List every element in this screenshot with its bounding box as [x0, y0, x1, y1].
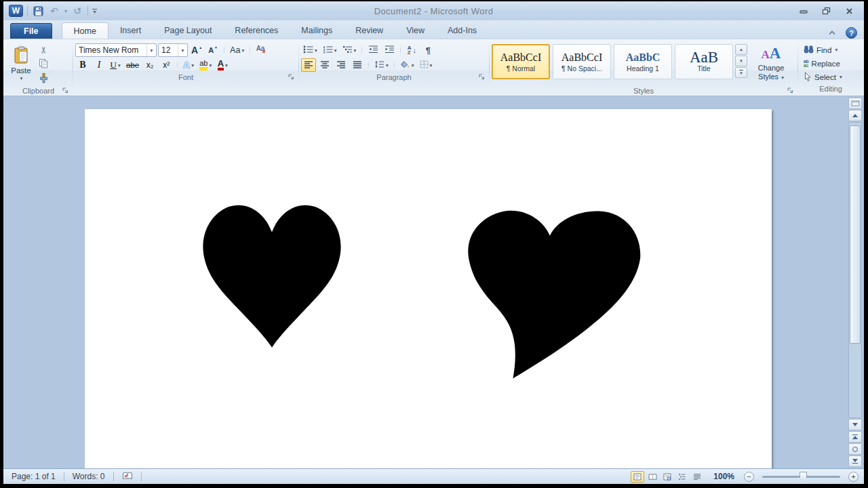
tab-references[interactable]: References — [223, 22, 290, 39]
grow-font-button[interactable]: A▲ — [189, 43, 204, 57]
word-logo-icon[interactable]: W — [9, 5, 23, 17]
font-dialog-launcher-icon[interactable] — [288, 73, 295, 81]
tab-mailings[interactable]: Mailings — [290, 22, 344, 39]
font-name-combo[interactable]: Times New Rom ▾ — [75, 43, 157, 57]
tab-insert[interactable]: Insert — [108, 22, 153, 39]
underline-button[interactable]: U▾ — [108, 58, 123, 72]
ruler-toggle-button[interactable] — [848, 98, 862, 109]
print-layout-view-button[interactable] — [631, 471, 644, 483]
decrease-indent-button[interactable] — [366, 43, 380, 57]
text-effects-dropdown-icon[interactable]: ▾ — [191, 62, 194, 68]
align-right-button[interactable] — [334, 58, 349, 72]
help-button[interactable]: ? — [846, 27, 857, 39]
style-normal[interactable]: AaBbCcI ¶ Normal — [492, 44, 550, 79]
italic-button[interactable]: I — [92, 58, 106, 72]
tab-page-layout[interactable]: Page Layout — [153, 22, 223, 39]
style-heading1[interactable]: AaBbC Heading 1 — [614, 44, 672, 79]
heart-shape-symmetric[interactable] — [197, 196, 347, 357]
next-page-button[interactable] — [848, 455, 862, 467]
find-button[interactable]: Find ▾ — [800, 43, 861, 56]
bullets-button[interactable]: ▾ — [301, 43, 319, 57]
word-count[interactable]: Words: 0 — [70, 472, 108, 481]
justify-button[interactable] — [350, 58, 365, 72]
page-count[interactable]: Page: 1 of 1 — [9, 472, 58, 481]
font-name-dropdown-icon[interactable]: ▾ — [146, 44, 156, 56]
scroll-down-button[interactable] — [848, 419, 862, 430]
underline-dropdown-icon[interactable]: ▾ — [118, 62, 121, 68]
scrollbar-thumb[interactable] — [850, 125, 861, 344]
highlight-button[interactable]: ab▾ — [197, 58, 214, 72]
styles-gallery-more-button[interactable]: ▼ — [735, 67, 747, 78]
font-size-dropdown-icon[interactable]: ▾ — [178, 44, 187, 56]
undo-dropdown-icon[interactable]: ▾ — [64, 8, 67, 14]
change-case-button[interactable]: Aa▾ — [228, 43, 246, 57]
bullets-dropdown-icon[interactable]: ▾ — [315, 47, 317, 54]
strikethrough-button[interactable]: abe — [124, 58, 141, 72]
zoom-slider-track[interactable] — [762, 476, 840, 478]
shading-dropdown-icon[interactable]: ▾ — [412, 62, 414, 68]
numbering-dropdown-icon[interactable]: ▾ — [334, 47, 337, 54]
font-color-dropdown-icon[interactable]: ▾ — [225, 62, 228, 68]
text-effects-button[interactable]: A▾ — [181, 58, 196, 72]
undo-icon[interactable]: ↶ — [48, 5, 60, 17]
redo-icon[interactable]: ↺ — [71, 5, 83, 17]
customize-qat-icon[interactable]: ▾ — [92, 9, 97, 14]
proofing-status-icon[interactable] — [119, 471, 136, 483]
collapse-ribbon-icon[interactable] — [825, 28, 839, 39]
increase-indent-button[interactable] — [382, 43, 397, 57]
show-paragraph-marks-button[interactable]: ¶ — [420, 43, 435, 57]
numbering-button[interactable]: ▾ — [321, 43, 339, 57]
styles-scroll-up-button[interactable]: ▲ — [735, 44, 747, 55]
align-left-button[interactable] — [301, 58, 316, 72]
change-styles-button[interactable]: AA Change Styles ▾ — [750, 41, 792, 85]
line-spacing-button[interactable]: ▾ — [372, 58, 391, 72]
zoom-level[interactable]: 100% — [709, 472, 738, 481]
borders-button[interactable]: ▾ — [418, 58, 435, 72]
bold-button[interactable]: B — [75, 58, 90, 72]
styles-scroll-down-button[interactable]: ▼ — [735, 56, 747, 66]
font-size-combo[interactable]: 12 ▾ — [158, 43, 188, 57]
zoom-out-button[interactable]: − — [744, 472, 754, 482]
multilevel-dropdown-icon[interactable]: ▾ — [354, 47, 357, 54]
subscript-button[interactable]: x₂ — [142, 58, 157, 72]
clipboard-dialog-launcher-icon[interactable] — [62, 87, 69, 94]
style-title[interactable]: AaB Title — [675, 44, 733, 79]
align-center-button[interactable] — [317, 58, 332, 72]
close-button[interactable] — [840, 5, 859, 17]
heart-shape-stylized[interactable] — [463, 206, 648, 383]
font-color-button[interactable]: A▾ — [215, 58, 230, 72]
tab-home[interactable]: Home — [62, 22, 108, 39]
style-no-spacing[interactable]: AaBbCcI ¶ No Spaci... — [553, 44, 611, 79]
copy-button[interactable] — [36, 58, 51, 71]
draft-view-button[interactable] — [690, 471, 704, 483]
cut-button[interactable]: ✂ — [36, 43, 51, 56]
full-screen-reading-view-button[interactable] — [646, 471, 659, 483]
shrink-font-button[interactable]: A▼ — [205, 43, 220, 57]
previous-page-button[interactable] — [848, 431, 862, 443]
multilevel-list-button[interactable]: ▾ — [340, 43, 359, 57]
outline-view-button[interactable] — [675, 471, 689, 483]
restore-button[interactable] — [817, 5, 835, 17]
minimize-button[interactable] — [794, 5, 812, 17]
superscript-button[interactable]: x² — [159, 58, 174, 72]
replace-button[interactable]: abac Replace — [800, 57, 861, 70]
shading-button[interactable]: ▾ — [398, 58, 416, 72]
zoom-in-button[interactable]: + — [848, 472, 859, 482]
web-layout-view-button[interactable] — [660, 471, 674, 483]
select-browse-object-button[interactable] — [848, 443, 862, 455]
save-icon[interactable] — [32, 5, 44, 17]
borders-dropdown-icon[interactable]: ▾ — [430, 62, 433, 68]
scrollbar-track[interactable] — [848, 122, 862, 418]
styles-dialog-launcher-icon[interactable] — [787, 87, 794, 94]
tab-file[interactable]: File — [10, 23, 52, 39]
select-button[interactable]: Select ▾ — [800, 70, 861, 83]
sort-button[interactable]: AZ ↓ — [404, 43, 419, 57]
line-spacing-dropdown-icon[interactable]: ▾ — [386, 62, 389, 68]
tab-view[interactable]: View — [395, 22, 436, 39]
clear-formatting-button[interactable]: Aa — [254, 43, 269, 57]
format-painter-button[interactable] — [36, 73, 51, 86]
paragraph-dialog-launcher-icon[interactable] — [478, 73, 486, 81]
document-page[interactable] — [85, 109, 772, 468]
highlight-dropdown-icon[interactable]: ▾ — [209, 62, 212, 68]
scroll-up-button[interactable] — [848, 110, 862, 121]
